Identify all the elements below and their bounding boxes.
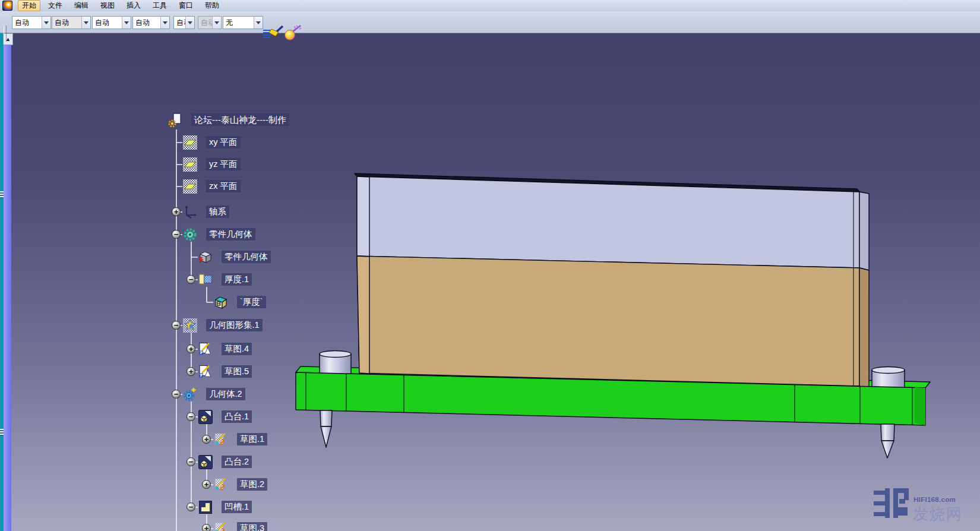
pad-icon[interactable] — [198, 409, 213, 425]
chevron-down-icon — [185, 17, 194, 29]
line-weight-combo[interactable]: 自动 — [173, 16, 195, 29]
sketch-icon[interactable] — [213, 477, 229, 492]
plane-icon[interactable] — [182, 135, 198, 150]
menu-item-tools[interactable]: 工具 — [148, 0, 171, 11]
plane-icon[interactable] — [182, 179, 198, 194]
tree-item-label[interactable]: 凸台.2 — [222, 456, 252, 468]
docked-toolbar-grip[interactable] — [0, 191, 4, 198]
menu-bar: 开始 文件 编辑 视图 插入 工具 窗口 帮助 — [0, 0, 980, 12]
chevron-down-icon — [160, 17, 169, 29]
chevron-down-icon — [254, 17, 263, 29]
sketch-icon[interactable] — [213, 432, 229, 447]
chevron-down-icon — [212, 17, 221, 29]
tree-item-label[interactable]: 轴系 — [206, 206, 229, 218]
geometrical-set-icon[interactable] — [182, 318, 198, 333]
tree-expander[interactable]: + — [172, 207, 181, 216]
tree-expander[interactable]: + — [202, 480, 211, 489]
menu-item-help[interactable]: 帮助 — [201, 0, 223, 11]
tree-item-label[interactable]: `厚度` — [237, 296, 266, 308]
tree-item-label[interactable]: 几何体.2 — [206, 388, 245, 400]
tree-item-label[interactable]: 零件几何体 — [222, 251, 271, 263]
toolbar-grip[interactable] — [4, 26, 7, 42]
rendering-style-combo[interactable]: 无 — [223, 16, 263, 29]
tree-expander[interactable]: − — [172, 321, 181, 330]
app-logo-icon — [2, 1, 12, 11]
tree-item-label[interactable]: 零件几何体 — [206, 228, 255, 241]
tree-expander[interactable]: + — [186, 367, 195, 376]
opacity-combo[interactable]: 自动 — [52, 16, 91, 29]
menu-item-edit[interactable]: 编辑 — [70, 0, 93, 11]
tree-item-label[interactable]: xy 平面 — [206, 136, 241, 148]
part-document-icon[interactable] — [168, 112, 184, 128]
tree-expander[interactable]: + — [186, 344, 195, 353]
axis-system-icon[interactable] — [182, 204, 198, 220]
chevron-down-icon — [122, 17, 131, 29]
menu-item-window[interactable]: 窗口 — [175, 0, 197, 11]
tree-expander[interactable]: − — [186, 502, 195, 511]
solid-cube-icon[interactable] — [198, 249, 213, 265]
tree-item-label[interactable]: 厚度.1 — [222, 273, 252, 286]
sketch-icon[interactable] — [213, 521, 229, 531]
tree-item-label[interactable]: 草图.2 — [237, 478, 267, 491]
format-painter-icon[interactable] — [262, 24, 284, 41]
plane-icon[interactable] — [182, 157, 198, 172]
tree-item-label[interactable]: 草图.1 — [237, 433, 267, 445]
tree-expander[interactable]: − — [186, 275, 195, 284]
tree-scrollbar[interactable] — [4, 33, 11, 531]
partbody-gear-icon[interactable] — [182, 227, 198, 242]
body-gear-icon[interactable] — [182, 387, 198, 402]
graphic-properties-toolbar: 自动 自动 自动 自动 自动 自动 无 — [0, 11, 980, 33]
menu-item-start[interactable]: 开始 — [18, 0, 40, 11]
tree-expander[interactable]: − — [186, 457, 195, 466]
tree-item-label[interactable]: 草图.5 — [222, 365, 252, 378]
menu-item-view[interactable]: 视图 — [96, 0, 119, 11]
tree-root-label[interactable]: 论坛---泰山神龙----制作 — [191, 113, 289, 126]
tree-expander[interactable]: − — [186, 412, 195, 421]
line-type-combo[interactable]: 自动 — [132, 16, 170, 29]
docked-toolbar-grip[interactable] — [0, 429, 4, 436]
menu-item-file[interactable]: 文件 — [44, 0, 67, 11]
line-color-combo[interactable]: 自动 — [92, 16, 131, 29]
menu-item-insert[interactable]: 插入 — [122, 0, 145, 11]
fill-color-combo[interactable]: 自动 — [12, 16, 51, 29]
thickness-icon[interactable] — [198, 272, 213, 287]
magic-wand-icon[interactable] — [283, 24, 302, 42]
tree-expander[interactable]: − — [172, 230, 181, 239]
chevron-down-icon — [42, 17, 50, 29]
pocket-icon[interactable] — [198, 500, 213, 515]
sketch-icon[interactable] — [198, 364, 213, 380]
tree-item-label[interactable]: 几何图形集.1 — [206, 319, 263, 331]
catia-window: 开始 文件 编辑 视图 插入 工具 窗口 帮助 自动 自动 自动 自动 自动 自… — [0, 0, 980, 531]
chevron-down-icon — [81, 17, 90, 29]
tree-item-label[interactable]: yz 平面 — [206, 158, 241, 170]
tree-item-label[interactable]: 草图.4 — [222, 343, 252, 355]
tree-item-label[interactable]: zx 平面 — [206, 180, 241, 192]
tree-item-label[interactable]: 凹槽.1 — [222, 501, 252, 513]
thickness-solid-icon[interactable] — [213, 295, 229, 310]
tree-item-label[interactable]: 凸台.1 — [222, 410, 252, 423]
tree-item-label[interactable]: 草图.3 — [237, 522, 267, 531]
point-symbol-combo[interactable]: 自动 — [198, 16, 222, 29]
tree-expander[interactable]: + — [202, 524, 211, 531]
tree-expander[interactable]: + — [202, 435, 211, 444]
tree-expander[interactable]: − — [172, 390, 181, 399]
specification-tree: 论坛---泰山神龙----制作 xy 平面 yz 平面 zx 平面 + 轴系 −… — [0, 0, 980, 531]
sketch-icon[interactable] — [198, 342, 213, 357]
pad-icon[interactable] — [198, 454, 213, 470]
